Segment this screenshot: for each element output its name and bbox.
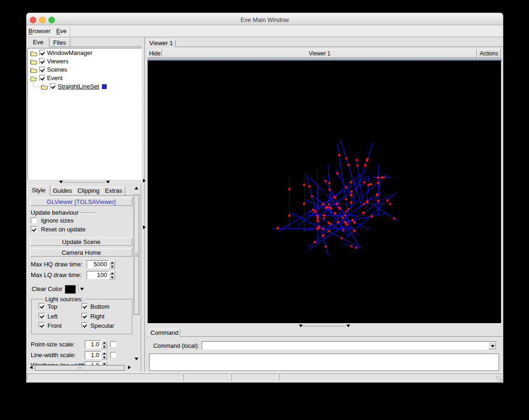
tree-label[interactable]: StraightLineSet [58, 83, 99, 90]
spin-down-button[interactable] [109, 264, 115, 269]
light-left-label: Left [47, 313, 58, 320]
resize-grip-icon[interactable] [496, 376, 502, 382]
scene-marker [303, 183, 305, 186]
vscroll-thumb[interactable] [134, 195, 139, 315]
spin-up-button[interactable] [109, 260, 115, 264]
clear-color-swatch[interactable] [65, 285, 76, 294]
chevron-down-icon [491, 345, 495, 347]
tab-files[interactable]: Files [49, 39, 70, 47]
hscroll-right-button[interactable] [126, 365, 133, 371]
tree-item-event[interactable]: Event [28, 74, 142, 82]
tree-label[interactable]: WindowManager [47, 49, 93, 57]
color-dropdown-icon[interactable] [80, 288, 84, 291]
spin-up-button[interactable] [101, 351, 107, 355]
gl-viewport[interactable] [148, 61, 501, 323]
tab-clipping[interactable]: Clipping [75, 187, 102, 195]
scene-marker [377, 176, 380, 179]
hscroll-thumb[interactable] [35, 365, 125, 371]
point-size-scale-spinner [101, 340, 107, 349]
tab-eve[interactable]: Eve [27, 37, 49, 47]
reset-on-update-checkbox[interactable] [31, 226, 37, 232]
tree-label[interactable]: Event [47, 75, 62, 82]
tab-viewer-1[interactable]: Viewer 1 [147, 40, 176, 47]
hide-button[interactable]: Hide [148, 49, 162, 58]
light-left-checkbox[interactable] [39, 313, 45, 319]
vscroll-down-button[interactable] [133, 357, 140, 363]
point-size-scale-checkbox[interactable] [110, 341, 116, 347]
scene-marker [329, 189, 331, 191]
viewer-title[interactable]: Viewer 1 [163, 49, 477, 58]
tree-checkbox-viewers[interactable] [39, 58, 45, 64]
spin-up-button[interactable] [109, 271, 115, 275]
tree-item-scenes[interactable]: Scenes [28, 66, 142, 74]
tree-label[interactable]: Scenes [47, 66, 67, 74]
light-bottom-checkbox[interactable] [81, 303, 88, 309]
menu-item-browser[interactable]: Browser [27, 25, 54, 37]
spin-down-button[interactable] [109, 275, 115, 279]
max-hq-draw-time-entry[interactable]: 5000 [87, 260, 109, 269]
scene-marker [362, 211, 365, 214]
tree-item-straightlineset[interactable]: StraightLineSet [28, 82, 142, 91]
point-size-scale-entry[interactable]: 1.0 [85, 340, 101, 349]
splitter-arrow-icon [143, 225, 146, 229]
scene-marker [345, 222, 347, 224]
tab-guides[interactable]: Guides [50, 187, 75, 195]
spin-down-icon [111, 266, 114, 268]
line-width-scale-entry[interactable]: 1.0 [85, 351, 101, 359]
tree-checkbox-straightlineset[interactable] [50, 83, 56, 89]
tab-style[interactable]: Style [27, 185, 50, 196]
scene-marker [366, 200, 369, 203]
tab-label: Guides [50, 187, 75, 195]
hscroll-right-button-icon [128, 366, 131, 369]
scene-marker [326, 206, 328, 208]
tree-checkbox-scenes[interactable] [39, 67, 45, 73]
spin-up-button[interactable] [101, 340, 107, 345]
scene-marker [338, 154, 340, 156]
tree-label[interactable]: Viewers [47, 58, 68, 65]
splitter-dotted-line [63, 182, 106, 183]
splitter-dotted-line [303, 326, 346, 327]
check-icon [82, 313, 87, 318]
titlebar[interactable]: Eve Main Window [27, 13, 503, 25]
actions-button[interactable]: Actions [477, 49, 501, 58]
hscroll-left-button[interactable] [28, 365, 34, 371]
tab-extras[interactable]: Extras [102, 187, 125, 195]
light-specular-checkbox[interactable] [81, 322, 88, 328]
light-top-checkbox[interactable] [39, 303, 45, 309]
glviewer-header-button[interactable]: GLViewer [TGLSAViewer] [30, 197, 132, 206]
tree-item-windowmanager[interactable]: WindowManager [28, 49, 142, 57]
spin-down-button[interactable] [101, 355, 107, 359]
line-width-scale-checkbox[interactable] [110, 352, 116, 358]
tab-command[interactable]: Command [149, 329, 180, 337]
camera-home-button[interactable]: Camera Home [30, 248, 132, 257]
status-part [183, 373, 230, 381]
update-scene-button[interactable]: Update Scene [30, 237, 132, 246]
command-panel: Command (local): [147, 336, 502, 373]
light-front-checkbox[interactable] [39, 322, 45, 328]
menubar-divider [70, 25, 70, 37]
light-right-checkbox[interactable] [81, 313, 88, 319]
scene-line [309, 197, 372, 247]
max-lq-draw-time-entry[interactable]: 100 [87, 271, 109, 279]
command-input[interactable] [203, 342, 488, 350]
check-icon [32, 227, 36, 231]
spin-down-button[interactable] [101, 345, 107, 349]
tree-item-viewers[interactable]: Viewers [28, 57, 142, 66]
command-output[interactable] [149, 353, 499, 371]
folder-shape [31, 60, 37, 64]
ignore-sizes-checkbox[interactable] [31, 217, 37, 224]
check-icon [40, 50, 44, 55]
eve-tree[interactable]: WindowManagerViewersScenesEventStraightL… [27, 48, 142, 180]
menu-hotkey: E [56, 27, 61, 34]
line-width-scale-spinner [101, 351, 107, 359]
menu-item-eve[interactable]: Eve [54, 25, 69, 37]
desktop-background: {"window":{"title":"Eve Main Window","tr… [0, 0, 529, 420]
scene-marker [325, 245, 327, 248]
tree-checkbox-windowmanager[interactable] [39, 50, 45, 56]
folder-icon[interactable] [41, 83, 48, 92]
style-editor-panel: GLViewer [TGLSAViewer]Update behaviourIg… [27, 195, 133, 366]
menu-hotkey: B [28, 27, 33, 34]
window-title: Eve Main Window [27, 15, 503, 25]
combo-dropdown-button[interactable] [488, 342, 496, 349]
scene-marker [317, 220, 319, 222]
